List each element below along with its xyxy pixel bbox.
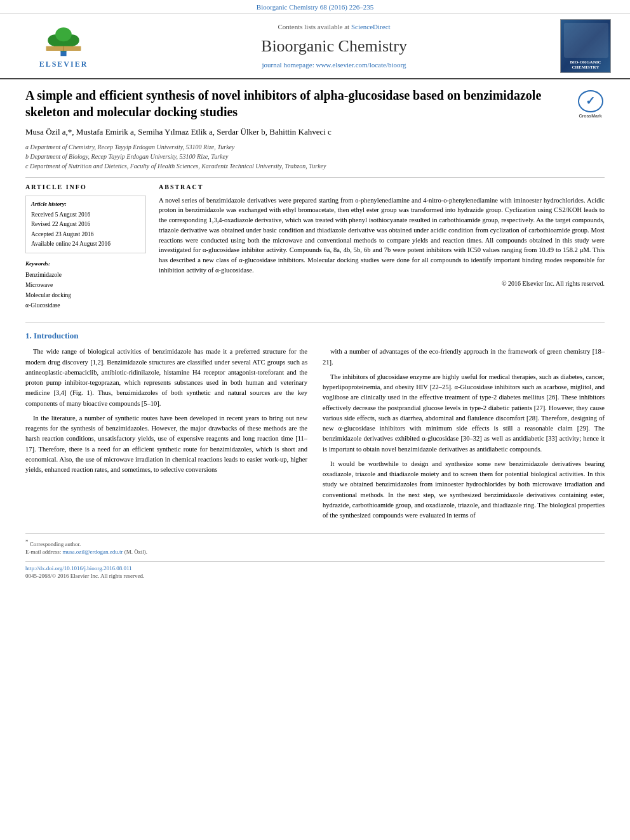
cover-decoration [564,23,608,58]
info-abstract-section: ARTICLE INFO Article history: Received 5… [25,183,605,311]
history-label: Article history: [31,200,140,208]
article-footer: * Corresponding author. E-mail address: … [25,533,605,580]
intro-para-4: The inhibitors of glucosidase enzyme are… [323,372,605,455]
abstract-column: ABSTRACT A novel series of benzimidazole… [159,183,605,311]
affiliations: a Department of Chemistry, Recep Tayyip … [25,142,605,171]
issn-line: 0045-2068/© 2016 Elsevier Inc. All right… [25,572,605,580]
cover-title-text: BIO-ORGANICCHEMISTRY [570,60,601,70]
crossmark-icon: ✓ [578,90,603,112]
keywords-section: Keywords: Benzimidazole Microwave Molecu… [25,260,146,310]
revised-date: Revised 22 August 2016 [31,220,140,229]
affiliation-b: b Department of Biology, Recep Tayyip Er… [25,152,605,161]
intro-col-right: with a number of advantages of the eco-f… [323,347,605,525]
doi-bar: http://dx.doi.org/10.1016/j.bioorg.2016.… [25,561,605,573]
journal-header: ELSEVIER Contents lists available at Sci… [0,14,630,79]
journal-reference: Bioorganic Chemistry 68 (2016) 226–235 [257,3,373,11]
page: Bioorganic Chemistry 68 (2016) 226–235 E… [0,0,630,840]
homepage-link[interactable]: journal homepage: www.elsevier.com/locat… [262,61,406,69]
crossmark-label: CrossMark [579,113,601,119]
corresponding-label: Corresponding author. [30,541,81,547]
crossmark-area[interactable]: ✓ CrossMark [576,90,605,119]
doi-link[interactable]: http://dx.doi.org/10.1016/j.bioorg.2016.… [25,565,132,571]
intro-number: 1. [25,331,32,340]
author-email-link[interactable]: musa.ozil@erdogan.edu.tr [62,549,123,555]
article-title: A simple and efficient synthesis of nove… [25,87,576,120]
keyword-2: Microwave [25,280,146,290]
keyword-3: Molecular docking [25,290,146,300]
introduction-section: 1. Introduction The wide range of biolog… [25,322,605,525]
svg-point-4 [55,27,72,41]
intro-para-2: In the literature, a number of synthetic… [25,413,307,476]
intro-para-3: with a number of advantages of the eco-f… [323,347,605,368]
available-date: Available online 24 August 2016 [31,239,140,249]
abstract-text: A novel series of benzimidazole derivati… [159,196,605,276]
intro-title: Introduction [34,331,79,340]
elsevier-wordmark: ELSEVIER [39,59,88,70]
authors-line: Musa Özil a,*, Mustafa Emirik a, Semiha … [25,126,605,138]
intro-para-5: It would be worthwhile to design and syn… [323,459,605,521]
article-history-box: Article history: Received 5 August 2016 … [25,196,146,253]
abstract-heading: ABSTRACT [159,183,605,192]
journal-title: Bioorganic Chemistry [127,35,541,58]
intro-col-left: The wide range of biological activities … [25,347,307,525]
header-divider [25,177,605,178]
sciencedirect-notice: Contents lists available at ScienceDirec… [127,22,541,32]
accepted-date: Accepted 23 August 2016 [31,230,140,239]
intro-body: The wide range of biological activities … [25,347,605,525]
journal-title-area: Contents lists available at ScienceDirec… [114,22,554,70]
affiliation-c: c Department of Nutrition and Dietetics,… [25,161,605,171]
authors-text: Musa Özil a,*, Mustafa Emirik a, Semiha … [25,127,332,137]
keyword-4: α-Glucosidase [25,300,146,310]
article-title-area: A simple and efficient synthesis of nove… [25,87,605,120]
keywords-label: Keywords: [25,260,146,268]
elsevier-tree-icon [38,23,89,58]
corresponding-author-note: * Corresponding author. [25,538,605,549]
article-info-column: ARTICLE INFO Article history: Received 5… [25,183,146,311]
footnote-star: * [25,538,29,545]
elsevier-logo-area: ELSEVIER [13,23,114,70]
intro-para-1: The wide range of biological activities … [25,347,307,409]
email-author: (M. Özil). [124,549,147,555]
affiliation-a: a Department of Chemistry, Recep Tayyip … [25,142,605,152]
journal-reference-bar: Bioorganic Chemistry 68 (2016) 226–235 [0,0,630,14]
email-label: E-mail address: [25,549,61,555]
journal-cover-image: BIO-ORGANICCHEMISTRY [560,19,611,73]
email-line: E-mail address: musa.ozil@erdogan.edu.tr… [25,548,605,556]
journal-cover-area: BIO-ORGANICCHEMISTRY [554,19,617,73]
received-date: Received 5 August 2016 [31,210,140,220]
keyword-1: Benzimidazole [25,270,146,280]
journal-homepage: journal homepage: www.elsevier.com/locat… [127,60,541,70]
article-info-heading: ARTICLE INFO [25,183,146,192]
elsevier-logo: ELSEVIER [38,23,89,70]
sciencedirect-link[interactable]: ScienceDirect [351,23,391,30]
article-content: A simple and efficient synthesis of nove… [0,79,630,593]
introduction-heading: 1. Introduction [25,330,605,342]
copyright-notice: © 2016 Elsevier Inc. All rights reserved… [159,279,605,288]
